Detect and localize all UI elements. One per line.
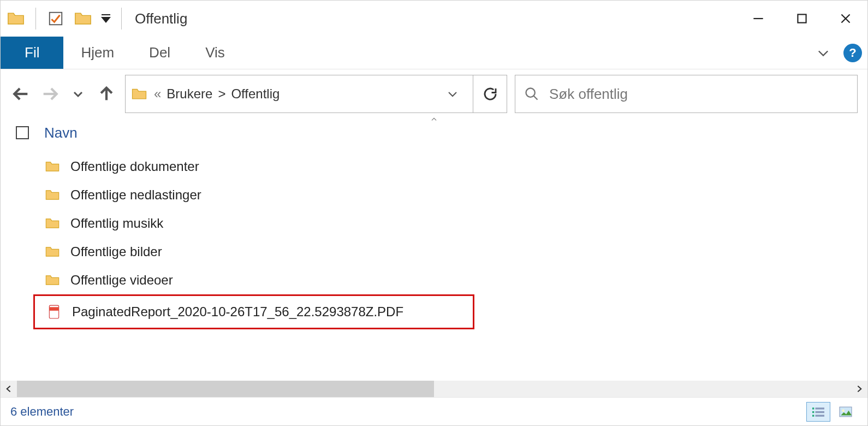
folder-icon bbox=[44, 158, 61, 175]
breadcrumb-separator: > bbox=[218, 86, 225, 102]
navigation-bar: « Brukere > Offentlig Søk offentlig bbox=[1, 69, 867, 119]
horizontal-scrollbar[interactable] bbox=[1, 381, 867, 397]
details-view-button[interactable] bbox=[806, 402, 830, 422]
collapse-ribbon-button[interactable] bbox=[808, 37, 838, 69]
forward-button[interactable] bbox=[39, 83, 61, 105]
svg-rect-0 bbox=[50, 13, 62, 25]
svg-rect-11 bbox=[49, 307, 58, 311]
search-box[interactable]: Søk offentlig bbox=[515, 75, 858, 113]
separator bbox=[121, 8, 122, 29]
column-header: Navn bbox=[1, 119, 867, 147]
scroll-thumb[interactable] bbox=[17, 381, 434, 397]
tab-home[interactable]: Hjem bbox=[63, 37, 132, 69]
list-item[interactable]: Offentlige nedlastinger bbox=[1, 181, 867, 209]
scroll-left-icon[interactable] bbox=[1, 381, 17, 397]
svg-rect-16 bbox=[812, 415, 814, 416]
column-name-header[interactable]: Navn bbox=[44, 125, 78, 141]
breadcrumb: « Brukere > Offentlig bbox=[154, 86, 432, 102]
ribbon-tabs: Fil Hjem Del Vis ? bbox=[1, 37, 867, 69]
quick-access-toolbar bbox=[5, 8, 125, 29]
list-item[interactable]: PaginatedReport_2020-10-26T17_56_22.5293… bbox=[33, 294, 474, 329]
refresh-button[interactable] bbox=[473, 75, 507, 113]
svg-rect-12 bbox=[812, 407, 814, 409]
help-button[interactable]: ? bbox=[838, 37, 867, 69]
list-item-label: Offentlige dokumenter bbox=[70, 159, 199, 174]
address-folder-icon bbox=[131, 86, 147, 102]
select-all-checkbox[interactable] bbox=[16, 126, 29, 139]
help-icon: ? bbox=[843, 44, 862, 62]
folder-icon bbox=[44, 244, 61, 260]
list-item-label: PaginatedReport_2020-10-26T17_56_22.5293… bbox=[72, 304, 403, 319]
svg-rect-15 bbox=[816, 411, 825, 412]
status-bar: 6 elementer bbox=[1, 397, 867, 425]
folder-icon bbox=[44, 187, 61, 203]
list-item-label: Offentlig musikk bbox=[70, 216, 163, 231]
search-icon bbox=[524, 86, 539, 102]
new-folder-icon[interactable] bbox=[72, 8, 94, 29]
breadcrumb-current[interactable]: Offentlig bbox=[231, 86, 280, 102]
maximize-button[interactable] bbox=[780, 3, 824, 34]
search-placeholder: Søk offentlig bbox=[549, 86, 628, 103]
svg-rect-2 bbox=[798, 14, 806, 22]
list-item[interactable]: Offentlig musikk bbox=[1, 209, 867, 238]
file-list: Offentlige dokumenterOffentlige nedlasti… bbox=[1, 147, 867, 381]
list-item[interactable]: Offentlige bilder bbox=[1, 238, 867, 266]
qat-dropdown-icon[interactable] bbox=[99, 8, 112, 29]
list-item-label: Offentlige bilder bbox=[70, 244, 162, 259]
close-button[interactable] bbox=[824, 3, 867, 34]
tab-file[interactable]: Fil bbox=[1, 37, 63, 69]
folder-app-icon bbox=[5, 8, 27, 29]
list-item-label: Offentlige videoer bbox=[70, 273, 173, 288]
tab-share[interactable]: Del bbox=[132, 37, 188, 69]
svg-rect-13 bbox=[816, 407, 825, 409]
breadcrumb-prefix: « bbox=[154, 86, 161, 102]
tab-view[interactable]: Vis bbox=[188, 37, 242, 69]
list-item-label: Offentlige nedlastinger bbox=[70, 187, 201, 203]
minimize-button[interactable] bbox=[736, 3, 780, 34]
address-dropdown-icon[interactable] bbox=[439, 87, 466, 100]
window-title: Offentlig bbox=[135, 10, 187, 27]
thumbnails-view-button[interactable] bbox=[834, 402, 858, 422]
scroll-track[interactable] bbox=[17, 381, 851, 397]
view-switcher bbox=[806, 402, 858, 422]
svg-point-8 bbox=[526, 88, 535, 97]
pdf-icon bbox=[46, 304, 62, 320]
address-bar[interactable]: « Brukere > Offentlig bbox=[125, 75, 507, 113]
status-text: 6 elementer bbox=[10, 405, 74, 419]
recent-locations-button[interactable] bbox=[67, 83, 89, 105]
scroll-right-icon[interactable] bbox=[851, 381, 867, 397]
separator bbox=[35, 8, 36, 29]
nav-arrows bbox=[10, 83, 117, 105]
svg-rect-17 bbox=[816, 415, 825, 416]
collapse-panel-icon[interactable] bbox=[429, 115, 439, 125]
folder-icon bbox=[44, 215, 61, 232]
window-controls bbox=[736, 3, 867, 34]
back-button[interactable] bbox=[10, 83, 32, 105]
svg-line-9 bbox=[534, 96, 538, 100]
folder-icon bbox=[44, 272, 61, 288]
properties-icon[interactable] bbox=[45, 8, 67, 29]
list-item[interactable]: Offentlige dokumenter bbox=[1, 152, 867, 181]
svg-point-19 bbox=[842, 409, 844, 411]
breadcrumb-parent[interactable]: Brukere bbox=[167, 86, 212, 102]
svg-rect-14 bbox=[812, 411, 814, 412]
up-button[interactable] bbox=[96, 83, 117, 105]
list-item[interactable]: Offentlige videoer bbox=[1, 266, 867, 294]
title-bar: Offentlig bbox=[1, 1, 867, 37]
